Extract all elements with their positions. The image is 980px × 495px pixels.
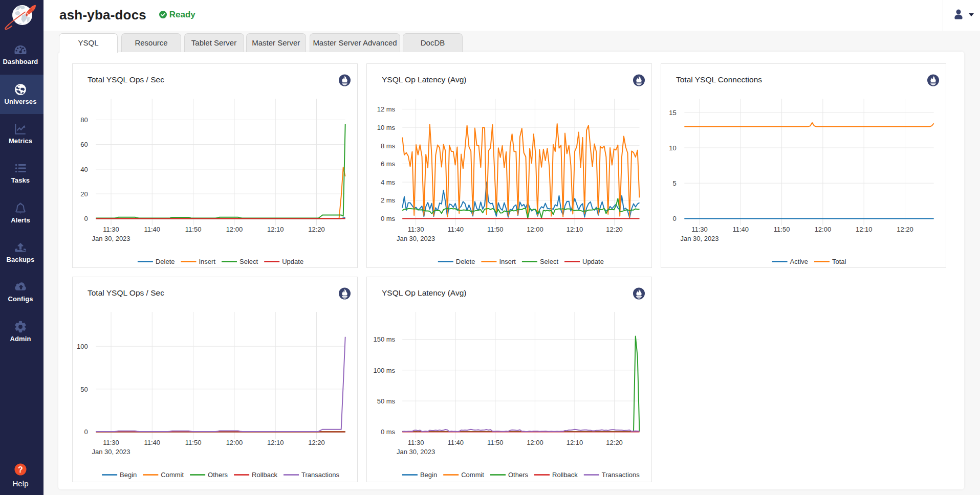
svg-text:2 ms: 2 ms xyxy=(381,196,396,204)
svg-text:Begin: Begin xyxy=(420,471,437,479)
svg-text:40: 40 xyxy=(80,166,88,173)
svg-text:100: 100 xyxy=(77,343,88,350)
svg-text:12:20: 12:20 xyxy=(308,439,325,446)
svg-text:11:50: 11:50 xyxy=(185,226,202,233)
svg-text:12:00: 12:00 xyxy=(226,226,243,233)
svg-text:10: 10 xyxy=(669,144,676,152)
svg-text:11:50: 11:50 xyxy=(487,439,504,446)
svg-text:80: 80 xyxy=(80,116,88,124)
svg-text:Active: Active xyxy=(790,258,808,265)
svg-text:Rollback: Rollback xyxy=(552,471,578,479)
svg-text:Transactions: Transactions xyxy=(301,471,339,479)
svg-text:Jan 30, 2023: Jan 30, 2023 xyxy=(397,235,435,242)
svg-text:12:00: 12:00 xyxy=(527,226,543,233)
svg-text:12:20: 12:20 xyxy=(308,226,325,233)
svg-text:12:10: 12:10 xyxy=(567,226,583,233)
svg-text:YSQL Op Latency (Avg): YSQL Op Latency (Avg) xyxy=(382,75,466,84)
svg-text:12:00: 12:00 xyxy=(226,439,243,446)
svg-text:Rollback: Rollback xyxy=(252,471,277,479)
svg-text:11:50: 11:50 xyxy=(487,226,504,233)
svg-text:6 ms: 6 ms xyxy=(381,160,396,168)
svg-text:Delete: Delete xyxy=(456,258,475,265)
svg-text:0: 0 xyxy=(672,215,676,222)
svg-text:Jan 30, 2023: Jan 30, 2023 xyxy=(680,235,718,242)
svg-text:0 ms: 0 ms xyxy=(381,215,396,222)
svg-text:11:50: 11:50 xyxy=(185,439,202,446)
svg-text:11:30: 11:30 xyxy=(691,226,708,233)
svg-text:Begin: Begin xyxy=(120,471,137,479)
svg-text:Delete: Delete xyxy=(156,258,175,265)
svg-text:YSQL Op Latency (Avg): YSQL Op Latency (Avg) xyxy=(382,288,466,297)
svg-text:12:20: 12:20 xyxy=(606,439,623,446)
svg-text:12:10: 12:10 xyxy=(267,226,284,233)
svg-text:0 ms: 0 ms xyxy=(381,428,396,436)
svg-text:8 ms: 8 ms xyxy=(381,142,396,150)
svg-text:Update: Update xyxy=(582,258,604,265)
svg-text:11:30: 11:30 xyxy=(103,439,119,446)
svg-text:11:30: 11:30 xyxy=(408,226,424,233)
svg-text:5: 5 xyxy=(672,179,676,187)
svg-text:0: 0 xyxy=(84,215,88,222)
svg-text:Others: Others xyxy=(208,471,228,479)
svg-text:Others: Others xyxy=(508,471,529,479)
svg-text:50 ms: 50 ms xyxy=(377,397,396,405)
svg-text:Insert: Insert xyxy=(199,258,216,265)
svg-text:Total YSQL Ops / Sec: Total YSQL Ops / Sec xyxy=(88,75,164,84)
svg-text:Insert: Insert xyxy=(499,258,516,265)
svg-text:?: ? xyxy=(18,465,23,474)
svg-text:12:20: 12:20 xyxy=(897,226,913,233)
svg-text:Select: Select xyxy=(540,258,559,265)
svg-text:Update: Update xyxy=(282,258,303,265)
svg-text:Select: Select xyxy=(239,258,258,265)
svg-text:12:20: 12:20 xyxy=(606,226,623,233)
svg-text:15: 15 xyxy=(669,109,676,117)
svg-text:12:10: 12:10 xyxy=(267,439,284,446)
svg-text:Jan 30, 2023: Jan 30, 2023 xyxy=(92,235,130,242)
svg-text:Commit: Commit xyxy=(161,471,184,479)
svg-text:Jan 30, 2023: Jan 30, 2023 xyxy=(92,448,130,456)
svg-text:20: 20 xyxy=(80,190,88,198)
svg-text:12:10: 12:10 xyxy=(567,439,583,446)
svg-text:50: 50 xyxy=(80,386,88,393)
svg-text:10 ms: 10 ms xyxy=(377,124,396,131)
svg-text:11:40: 11:40 xyxy=(447,226,464,233)
svg-text:11:50: 11:50 xyxy=(774,226,790,233)
svg-text:0: 0 xyxy=(84,428,88,436)
svg-text:60: 60 xyxy=(80,141,88,148)
svg-text:11:40: 11:40 xyxy=(144,439,161,446)
svg-text:Total YSQL Connections: Total YSQL Connections xyxy=(676,75,762,84)
svg-text:Total YSQL Ops / Sec: Total YSQL Ops / Sec xyxy=(88,288,164,297)
svg-text:11:40: 11:40 xyxy=(447,439,464,446)
svg-text:12:00: 12:00 xyxy=(815,226,832,233)
svg-text:11:40: 11:40 xyxy=(733,226,749,233)
svg-text:11:30: 11:30 xyxy=(408,439,424,446)
svg-text:Commit: Commit xyxy=(461,471,484,479)
svg-text:100 ms: 100 ms xyxy=(373,367,395,374)
svg-text:12 ms: 12 ms xyxy=(377,105,396,113)
svg-text:Jan 30, 2023: Jan 30, 2023 xyxy=(397,448,435,456)
svg-text:150 ms: 150 ms xyxy=(373,335,395,343)
svg-text:12:10: 12:10 xyxy=(856,226,873,233)
svg-text:Total: Total xyxy=(832,258,846,265)
svg-text:Transactions: Transactions xyxy=(602,471,640,479)
svg-text:4 ms: 4 ms xyxy=(381,178,396,186)
svg-text:12:00: 12:00 xyxy=(527,439,543,446)
svg-text:11:40: 11:40 xyxy=(144,226,161,233)
svg-text:11:30: 11:30 xyxy=(103,226,119,233)
